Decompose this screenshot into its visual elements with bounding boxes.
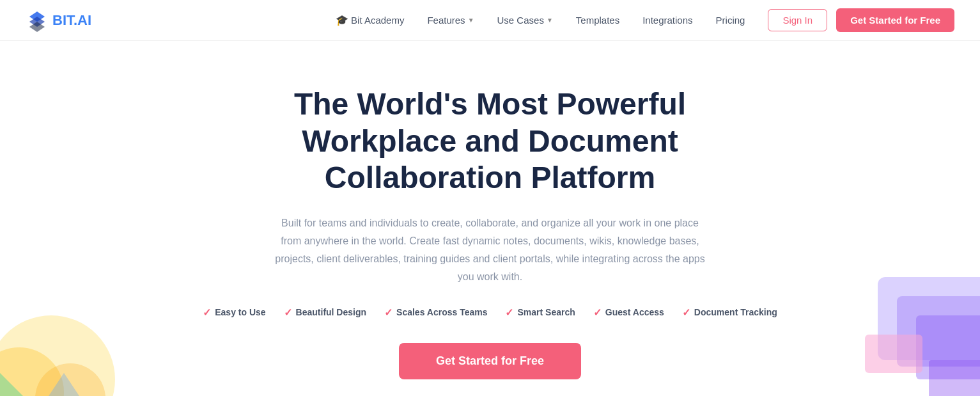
feature-smart-search: ✓ Smart Search [505,306,575,319]
check-icon-search: ✓ [505,306,513,319]
nav-item-features[interactable]: Features ▼ [427,15,474,26]
check-icon-easy: ✓ [203,306,211,319]
features-chevron-icon: ▼ [468,17,474,24]
logo-text: BIT.AI [52,12,91,29]
check-icon-tracking: ✓ [682,306,690,319]
logo[interactable]: BIT.AI [26,9,91,32]
hero-section: The World's Most Powerful Workplace and … [0,41,980,396]
nav-item-templates[interactable]: Templates [576,15,619,26]
nav-item-integrations[interactable]: Integrations [642,15,692,26]
navbar: BIT.AI 🎓 Bit Academy Features ▼ Use Case… [0,0,980,41]
check-icon-guest: ✓ [593,306,602,319]
svg-rect-12 [929,360,980,396]
nav-item-pricing[interactable]: Pricing [716,15,745,26]
logo-icon [26,9,49,32]
academy-icon: 🎓 [336,14,348,26]
nav-item-academy[interactable]: 🎓 Bit Academy [336,14,404,26]
feature-easy-to-use: ✓ Easy to Use [203,306,265,319]
feature-doc-tracking: ✓ Document Tracking [682,306,777,319]
signin-button[interactable]: Sign In [768,9,827,31]
get-started-nav-button[interactable]: Get Started for Free [836,8,954,32]
feature-beautiful-design: ✓ Beautiful Design [284,306,366,319]
nav-actions: Sign In Get Started for Free [768,8,954,32]
blob-left-decoration [0,271,128,396]
feature-scales: ✓ Scales Across Teams [384,306,487,319]
hero-title: The World's Most Powerful Workplace and … [228,86,752,196]
svg-marker-2 [29,22,45,32]
svg-rect-11 [865,335,922,373]
blob-right-decoration [814,271,980,396]
use-cases-chevron-icon: ▼ [547,17,553,24]
get-started-hero-button[interactable]: Get Started for Free [399,343,581,379]
feature-guest-access: ✓ Guest Access [593,306,664,319]
check-icon-scales: ✓ [384,306,393,319]
check-icon-design: ✓ [284,306,292,319]
nav-item-use-cases[interactable]: Use Cases ▼ [497,15,553,26]
nav-links: 🎓 Bit Academy Features ▼ Use Cases ▼ Tem… [336,14,745,26]
features-row: ✓ Easy to Use ✓ Beautiful Design ✓ Scale… [203,306,777,319]
hero-subtitle: Built for teams and individuals to creat… [273,214,708,286]
